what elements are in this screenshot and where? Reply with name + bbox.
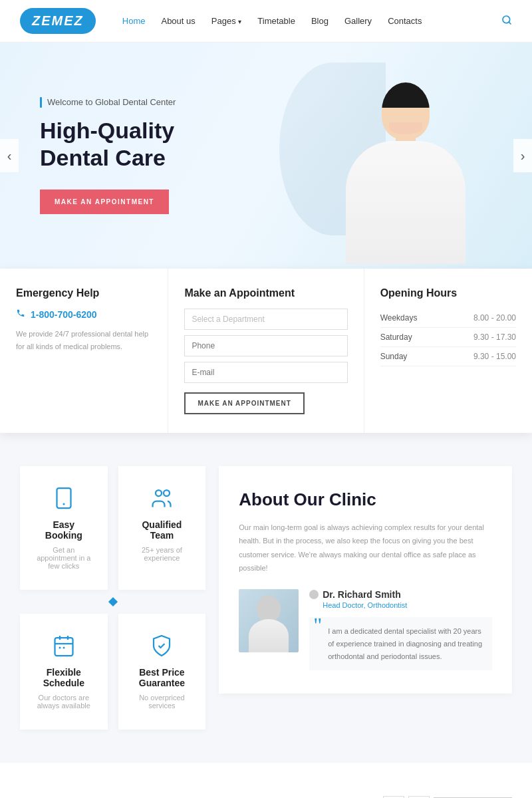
search-icon[interactable]: [501, 15, 512, 28]
doctor-avatar-icon: [309, 590, 319, 599]
doctor-name-row: Dr. Richard Smith: [309, 589, 492, 600]
services-section: Our Services ‹ › ALL SERVICES — General …: [0, 763, 532, 798]
email-input[interactable]: [184, 362, 347, 383]
appointment-box-button[interactable]: MAKE AN APPOINTMENT: [184, 392, 304, 414]
hero-content: Welcome to Global Dental Center High-Qua…: [0, 70, 279, 241]
doctor-quote-block: " I am a dedicated dental specialist wit…: [309, 617, 492, 670]
phone-icon: [16, 309, 25, 320]
best-price-desc: No overpriced services: [134, 694, 190, 710]
qualified-team-title: Qualified Team: [134, 519, 190, 541]
team-icon: [134, 486, 190, 510]
hours-title: Opening Hours: [380, 287, 516, 299]
qualified-team-desc: 25+ years of experience: [134, 546, 190, 562]
hours-time: 9.30 - 17.30: [473, 332, 516, 342]
hours-row: Sunday9.30 - 15.00: [380, 347, 516, 366]
department-select[interactable]: Select a Department: [184, 309, 347, 330]
easy-booking-title: Easy Booking: [36, 519, 92, 541]
header: ZEMEZ Home About us Pages ▾ Timetable Bl…: [0, 0, 532, 43]
hours-time: 8.00 - 20.00: [473, 313, 516, 323]
diamond-decoration: [20, 597, 205, 607]
shield-icon: [134, 634, 190, 658]
about-desc: Our main long-term goal is always achiev…: [239, 521, 492, 575]
hero-image: [279, 43, 532, 269]
nav-timetable[interactable]: Timetable: [257, 16, 295, 26]
about-title: About Our Clinic: [239, 489, 492, 510]
nav-gallery[interactable]: Gallery: [344, 16, 372, 26]
appointment-box: Make an Appointment Select a Department …: [168, 269, 364, 433]
features-section: Easy Booking Get an appointment in a few…: [0, 433, 532, 763]
svg-point-4: [156, 490, 162, 496]
hours-day: Saturday: [380, 332, 412, 342]
feature-flexible-schedule: Flexible Schedule Our doctors are always…: [20, 614, 108, 730]
feature-cards-grid: Easy Booking Get an appointment in a few…: [20, 466, 205, 730]
logo[interactable]: ZEMEZ: [20, 8, 96, 34]
hours-row: Saturday9.30 - 17.30: [380, 328, 516, 347]
hours-time: 9.30 - 15.00: [473, 352, 516, 361]
emergency-title: Emergency Help: [16, 287, 152, 299]
hero-title: High-Quality Dental Care: [40, 117, 239, 172]
emergency-phone[interactable]: 1-800-700-6200: [31, 309, 97, 320]
doctor-name: Dr. Richard Smith: [323, 589, 400, 600]
easy-booking-desc: Get an appointment in a few clicks: [36, 546, 92, 570]
best-price-title: Best Price Guarantee: [134, 667, 190, 688]
hero-welcome: Welcome to Global Dental Center: [40, 97, 239, 108]
nav-pages[interactable]: Pages ▾: [211, 16, 242, 26]
svg-line-1: [509, 22, 511, 24]
about-clinic-panel: About Our Clinic Our main long-term goal…: [219, 466, 512, 694]
doctor-details: Dr. Richard Smith Head Doctor, Orthodont…: [309, 589, 492, 670]
hours-day: Sunday: [380, 352, 408, 361]
feature-easy-booking: Easy Booking Get an appointment in a few…: [20, 466, 108, 590]
hours-day: Weekdays: [380, 313, 418, 323]
appointment-title: Make an Appointment: [184, 287, 347, 299]
feature-qualified-team: Qualified Team 25+ years of experience: [118, 466, 206, 590]
doctor-quote-text: I am a dedicated dental specialist with …: [328, 627, 482, 660]
quote-icon: ": [313, 614, 322, 636]
nav-home[interactable]: Home: [122, 16, 146, 26]
main-nav: Home About us Pages ▾ Timetable Blog Gal…: [122, 16, 495, 26]
hero-section: ‹ Welcome to Global Dental Center High-Q…: [0, 43, 532, 269]
emergency-desc: We provide 24/7 professional dental help…: [16, 328, 152, 352]
hero-arrow-left[interactable]: ‹: [0, 139, 19, 172]
hours-table: Weekdays8.00 - 20.00Saturday9.30 - 17.30…: [380, 309, 516, 366]
nav-about[interactable]: About us: [161, 16, 195, 26]
info-boxes: Emergency Help 1-800-700-6200 We provide…: [0, 269, 532, 433]
hours-box: Opening Hours Weekdays8.00 - 20.00Saturd…: [364, 269, 532, 433]
doctor-photo: [239, 589, 299, 652]
flexible-schedule-title: Flexible Schedule: [36, 667, 92, 688]
phone-row: 1-800-700-6200: [16, 309, 152, 320]
flexible-schedule-desc: Our doctors are always available: [36, 694, 92, 710]
svg-point-5: [164, 490, 170, 496]
doctor-role: Head Doctor, Orthodontist: [323, 601, 492, 609]
feature-best-price: Best Price Guarantee No overpriced servi…: [118, 614, 206, 730]
doctor-card: Dr. Richard Smith Head Doctor, Orthodont…: [239, 589, 492, 670]
doctor-silhouette: [319, 63, 492, 269]
appointment-hero-button[interactable]: MAKE AN APPOINTMENT: [40, 190, 169, 214]
hours-row: Weekdays8.00 - 20.00: [380, 309, 516, 328]
nav-contacts[interactable]: Contacts: [388, 16, 422, 26]
nav-blog[interactable]: Blog: [311, 16, 329, 26]
tablet-icon: [36, 486, 92, 510]
phone-input[interactable]: [184, 335, 347, 356]
emergency-box: Emergency Help 1-800-700-6200 We provide…: [0, 269, 168, 433]
calendar-icon: [36, 634, 92, 658]
hero-arrow-right[interactable]: ›: [513, 139, 532, 172]
